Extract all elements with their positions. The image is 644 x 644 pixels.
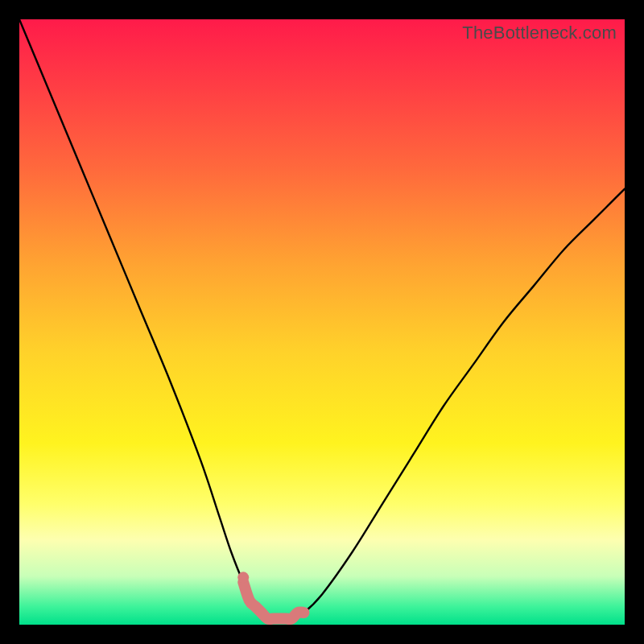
optimal-band xyxy=(243,582,303,619)
chart-svg xyxy=(19,19,625,625)
bottleneck-curve xyxy=(19,19,625,620)
plot-area: TheBottleneck.com xyxy=(19,19,625,625)
optimal-band-dot xyxy=(237,572,249,583)
